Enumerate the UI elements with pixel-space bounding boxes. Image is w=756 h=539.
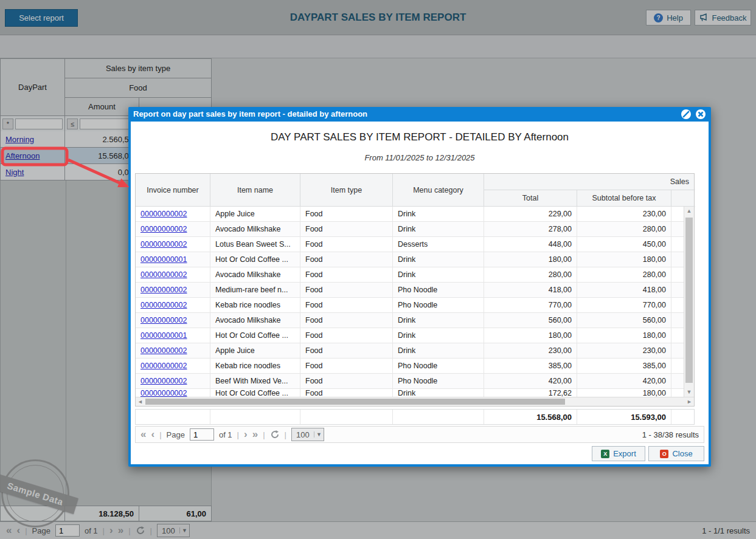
total-column-header[interactable]: Total — [484, 190, 577, 207]
invoice-link[interactable]: 00000000001 — [140, 255, 187, 264]
menu-category-cell: Pho Noodle — [393, 359, 484, 373]
menu-category-cell: Drink — [393, 267, 484, 282]
subtotal-cell: 420,00 — [577, 374, 671, 388]
menu-category-cell: Drink — [393, 207, 484, 221]
menu-category-cell: Pho Noodle — [393, 298, 484, 312]
disable-icon[interactable] — [681, 109, 692, 120]
item-type-cell: Food — [300, 222, 393, 236]
item-name-cell: Apple Juice — [210, 207, 300, 221]
dialog-titlebar: Report on day part sales by item report … — [128, 107, 711, 122]
excel-icon: X — [601, 450, 609, 458]
table-row: 00000000002Apple JuiceFoodDrink229,00230… — [136, 207, 694, 222]
vertical-scrollbar[interactable]: ▲ ▼ — [684, 207, 694, 397]
total-cell: 770,00 — [484, 298, 577, 312]
subtotal-cell: 770,00 — [577, 298, 671, 312]
invoice-link[interactable]: 00000000002 — [140, 301, 187, 309]
invoice-cell: 00000000002 — [136, 359, 210, 373]
invoice-link[interactable]: 00000000002 — [140, 362, 187, 370]
subtotal-cell: 230,00 — [577, 343, 671, 358]
scrollbar-thumb[interactable] — [685, 218, 693, 383]
total-cell: 560,00 — [484, 313, 577, 328]
dialog-body: DAY PART SALES BY ITEM REPORT - DETAILED… — [131, 122, 709, 464]
page-input[interactable] — [190, 428, 214, 441]
table-row: 00000000002Hot Or Cold Coffee ...FoodDri… — [136, 389, 694, 397]
total-cell: 385,00 — [484, 359, 577, 373]
invoice-cell: 00000000002 — [136, 267, 210, 282]
invoice-link[interactable]: 00000000001 — [140, 331, 187, 340]
page-size-select[interactable]: 100 ▼ — [291, 428, 324, 441]
scroll-left-icon[interactable]: ◄ — [136, 397, 145, 407]
invoice-link[interactable]: 00000000002 — [140, 270, 187, 279]
invoice-cell: 00000000002 — [136, 237, 210, 252]
invoice-cell: 00000000002 — [136, 389, 210, 397]
chevron-down-icon: ▼ — [314, 431, 324, 438]
previous-page-button[interactable]: ‹ — [151, 428, 154, 441]
total-cell: 229,00 — [484, 207, 577, 221]
item-name-cell: Beef With Mixed Ve... — [210, 374, 300, 388]
scrollbar-thumb[interactable] — [145, 399, 565, 405]
item-type-cell: Food — [300, 328, 393, 343]
total-cell: 448,00 — [484, 237, 577, 252]
invoice-link[interactable]: 00000000002 — [140, 316, 187, 324]
menu-category-cell: Drink — [393, 389, 484, 397]
modal-export-button[interactable]: X Export — [592, 446, 645, 461]
refresh-icon[interactable] — [270, 430, 280, 439]
subtotal-column-header[interactable]: Subtotal before tax — [577, 190, 671, 207]
menu-category-column-header[interactable]: Menu category — [393, 174, 484, 207]
menu-category-cell: Drink — [393, 252, 484, 267]
total-cell: 172,62 — [484, 389, 577, 397]
item-name-cell: Lotus Bean Sweet S... — [210, 237, 300, 252]
detail-report-dialog: Report on day part sales by item report … — [128, 107, 711, 467]
scroll-up-icon[interactable]: ▲ — [684, 207, 694, 216]
subtotal-cell: 450,00 — [577, 237, 671, 252]
close-icon[interactable] — [695, 109, 706, 120]
item-name-column-header[interactable]: Item name — [210, 174, 300, 207]
subtotal-cell: 230,00 — [577, 207, 671, 221]
next-page-button[interactable]: › — [244, 428, 248, 441]
invoice-link[interactable]: 00000000002 — [140, 389, 187, 397]
spacer-cell — [671, 222, 685, 236]
table-row: 00000000002Kebab rice noodlesFoodPho Noo… — [136, 359, 694, 374]
invoice-cell: 00000000002 — [136, 374, 210, 388]
scroll-down-icon[interactable]: ▼ — [684, 388, 694, 397]
subtotal-cell: 418,00 — [577, 283, 671, 297]
subtotal-cell: 280,00 — [577, 222, 671, 236]
table-row: 00000000002Beef With Mixed Ve...FoodPho … — [136, 374, 694, 389]
item-name-cell: Avocado Milkshake — [210, 313, 300, 328]
summary-subtotal: 15.593,00 — [577, 410, 671, 424]
table-row: 00000000002Avocado MilkshakeFoodDrink280… — [136, 267, 694, 283]
table-row: 00000000001Hot Or Cold Coffee ...FoodDri… — [136, 328, 694, 343]
item-name-cell: Avocado Milkshake — [210, 267, 300, 282]
subtotal-cell: 180,00 — [577, 389, 671, 397]
spacer-cell — [671, 267, 685, 282]
menu-category-cell: Drink — [393, 222, 484, 236]
invoice-cell: 00000000002 — [136, 283, 210, 297]
spacer-cell — [671, 298, 685, 312]
horizontal-scrollbar[interactable]: ◄ ► — [136, 397, 694, 406]
item-name-cell: Apple Juice — [210, 343, 300, 358]
results-count: 1 - 38/38 results — [642, 430, 699, 439]
invoice-link[interactable]: 00000000002 — [140, 225, 187, 233]
invoice-cell: 00000000001 — [136, 328, 210, 343]
first-page-button[interactable]: « — [140, 428, 146, 441]
last-page-button[interactable]: » — [252, 428, 258, 441]
item-type-cell: Food — [300, 283, 393, 297]
invoice-link[interactable]: 00000000002 — [140, 286, 187, 294]
invoice-column-header[interactable]: Invoice number — [136, 174, 210, 207]
modal-close-button[interactable]: O Close — [648, 446, 704, 461]
item-type-column-header[interactable]: Item type — [300, 174, 393, 207]
invoice-link[interactable]: 00000000002 — [140, 210, 187, 218]
spacer-cell — [671, 328, 685, 343]
subtotal-cell: 180,00 — [577, 328, 671, 343]
table-row: 00000000002Lotus Bean Sweet S...FoodDess… — [136, 237, 694, 252]
item-type-cell: Food — [300, 389, 393, 397]
total-cell: 418,00 — [484, 283, 577, 297]
item-type-cell: Food — [300, 359, 393, 373]
invoice-link[interactable]: 00000000002 — [140, 346, 187, 355]
invoice-link[interactable]: 00000000002 — [140, 240, 187, 249]
scroll-right-icon[interactable]: ► — [685, 397, 694, 407]
invoice-link[interactable]: 00000000002 — [140, 377, 187, 385]
spacer-cell — [671, 374, 685, 388]
total-cell: 180,00 — [484, 252, 577, 267]
item-type-cell: Food — [300, 237, 393, 252]
